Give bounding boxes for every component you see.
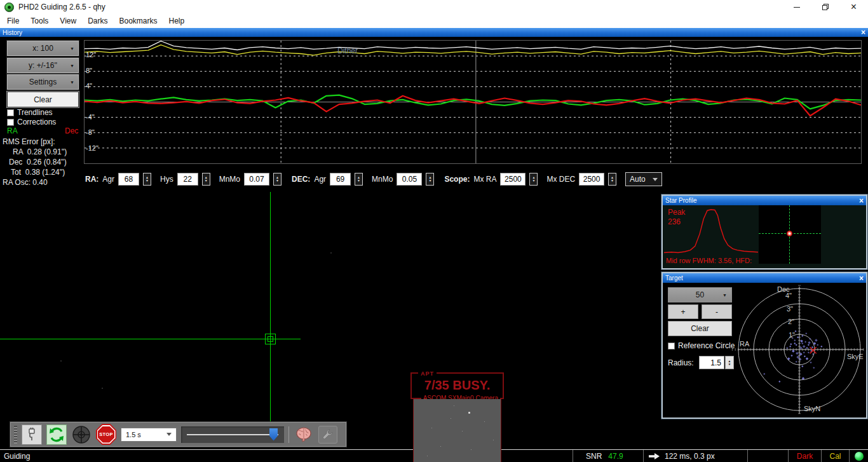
- camera-settings-button[interactable]: [318, 426, 337, 444]
- history-caption-label: History: [3, 29, 22, 36]
- trendlines-label: Trendlines: [17, 108, 53, 117]
- y-scale-value: y: +/-16'': [29, 61, 57, 70]
- exposure-duration-value: 1.5 s: [126, 431, 141, 438]
- main-toolbar: STOP 1.5 s: [10, 421, 347, 447]
- clear-button-label: Clear: [34, 95, 52, 104]
- dec-minmove-input[interactable]: [397, 173, 422, 186]
- menu-darks[interactable]: Darks: [82, 15, 113, 27]
- ra-section-label: RA:: [85, 175, 98, 184]
- snr-cell: SNR 47.9: [573, 450, 643, 462]
- dec-section-label: DEC:: [292, 175, 310, 184]
- apt-app-label: APT: [418, 370, 437, 377]
- chevron-down-icon: ▼: [70, 64, 74, 68]
- restore-button[interactable]: [811, 0, 839, 14]
- toolbar-grip-handle[interactable]: [14, 426, 17, 444]
- ra-hysteresis-spinner[interactable]: ▲▼: [202, 173, 210, 186]
- max-ra-duration-spinner[interactable]: ▲▼: [529, 173, 538, 186]
- slider-thumb[interactable]: [269, 428, 278, 441]
- clear-graph-button[interactable]: Clear: [7, 92, 79, 107]
- minimize-button[interactable]: [782, 0, 811, 14]
- star-speck: [471, 449, 471, 450]
- auto-select-star-button[interactable]: [71, 425, 92, 445]
- ra-minmove-spinner[interactable]: ▲▼: [273, 173, 281, 186]
- dither-event-label: Dither: [337, 46, 358, 55]
- wrench-icon: [322, 428, 334, 441]
- menu-file[interactable]: File: [1, 15, 25, 27]
- star-speck: [454, 405, 454, 406]
- ra-minmove-input[interactable]: [244, 173, 269, 186]
- usb-plug-icon: [24, 427, 39, 442]
- stop-guiding-button[interactable]: STOP: [96, 425, 116, 445]
- dark-label: Dark: [797, 452, 813, 461]
- chevron-down-icon: ▼: [70, 80, 74, 85]
- loop-arrows-icon: [48, 426, 65, 443]
- max-ra-duration-input[interactable]: [500, 173, 526, 186]
- apt-status-box: APT 7/35 BUSY. ASCOM.SXMain0.Camera: [410, 372, 504, 399]
- ra-osc-value: RA Osc: 0.40: [3, 178, 48, 187]
- rms-tot-value: Tot 0.38 (1.24''): [11, 168, 65, 177]
- crosshair-vertical-line: [270, 192, 271, 421]
- restore-icon: [822, 4, 829, 10]
- max-dec-duration-spinner[interactable]: ▲▼: [608, 173, 616, 186]
- menu-tools[interactable]: Tools: [25, 15, 54, 27]
- apt-busy-text: 7/35 BUSY.: [412, 378, 503, 393]
- mxra-label: Mx RA: [473, 175, 496, 184]
- snr-label: SNR: [586, 452, 602, 461]
- dec-minmove-spinner[interactable]: ▲▼: [426, 173, 434, 186]
- x-scale-dropdown[interactable]: x: 100 ▼: [7, 41, 79, 56]
- brain-icon: [295, 426, 313, 444]
- dec-aggression-input[interactable]: [330, 173, 351, 186]
- menu-view[interactable]: View: [54, 15, 82, 27]
- ra-hysteresis-input[interactable]: [177, 173, 198, 186]
- star-profile-caption-label: Star Profile: [665, 197, 696, 204]
- y-scale-dropdown[interactable]: y: +/-16'' ▼: [7, 58, 79, 73]
- faint-star: [330, 252, 332, 254]
- history-graph: 12" 8" 4" -4" -8" -12" Dither: [84, 40, 862, 164]
- star-profile-close-icon[interactable]: ×: [859, 198, 864, 204]
- menubar: File Tools View Darks Bookmarks Help: [0, 14, 868, 28]
- slider-groove: [187, 434, 278, 435]
- stretch-gamma-slider[interactable]: [181, 426, 284, 443]
- history-graph-canvas: [85, 41, 861, 163]
- ra-legend-label: RA: [7, 126, 18, 135]
- advanced-settings-button[interactable]: [294, 425, 314, 445]
- phd2-main-window: PHD2 Guiding 2.6.5 - qhy × File Tools Vi…: [0, 0, 868, 462]
- ytick-12: 12": [86, 51, 96, 58]
- max-dec-duration-input[interactable]: [579, 173, 604, 186]
- pulse-cell: 122 ms, 0.3 px: [644, 450, 747, 462]
- target-caption-label: Target: [665, 275, 683, 282]
- connection-status-cell: [850, 450, 868, 462]
- menu-help[interactable]: Help: [163, 15, 191, 27]
- target-caption: Target ×: [663, 273, 866, 283]
- apt-busy-overlay: APT 7/35 BUSY. ASCOM.SXMain0.Camera: [410, 368, 504, 462]
- target-close-icon[interactable]: ×: [859, 275, 864, 282]
- corrections-checkbox[interactable]: [7, 119, 14, 126]
- dec-aggression-spinner[interactable]: ▲▼: [355, 173, 363, 186]
- menu-bookmarks[interactable]: Bookmarks: [114, 15, 163, 27]
- loop-exposures-button[interactable]: [46, 425, 67, 445]
- star-speck: [493, 440, 494, 440]
- dec-guide-mode-select[interactable]: Auto: [625, 172, 662, 186]
- chevron-down-icon: ▼: [70, 46, 74, 51]
- dec-guide-mode-value: Auto: [630, 175, 646, 184]
- corrections-checkbox-row: Corrections: [7, 118, 56, 126]
- ra-axis-label: RA: [740, 340, 749, 348]
- connect-equipment-button[interactable]: [22, 425, 42, 445]
- close-button[interactable]: ×: [839, 0, 868, 14]
- exposure-duration-select[interactable]: 1.5 s: [121, 428, 177, 442]
- settings-dropdown[interactable]: Settings ▼: [7, 74, 79, 90]
- x-scale-value: x: 100: [32, 44, 53, 53]
- snr-value: 47.9: [608, 452, 623, 461]
- minimize-icon: [794, 7, 800, 8]
- ra-aggression-input[interactable]: [118, 173, 139, 186]
- trendlines-checkbox[interactable]: [7, 109, 14, 116]
- ytick-8: 8": [86, 67, 92, 74]
- empty-cell: [748, 450, 788, 462]
- history-panel: History × x: 100 ▼ y: +/-16'' ▼ Settings…: [0, 28, 868, 192]
- history-close-icon[interactable]: ×: [861, 29, 865, 36]
- faint-star: [60, 360, 62, 362]
- rms-dec-value: Dec 0.26 (0.84''): [9, 158, 67, 166]
- history-caption: History ×: [0, 28, 868, 37]
- ra-aggression-spinner[interactable]: ▲▼: [143, 173, 151, 186]
- star-speck: [440, 446, 441, 447]
